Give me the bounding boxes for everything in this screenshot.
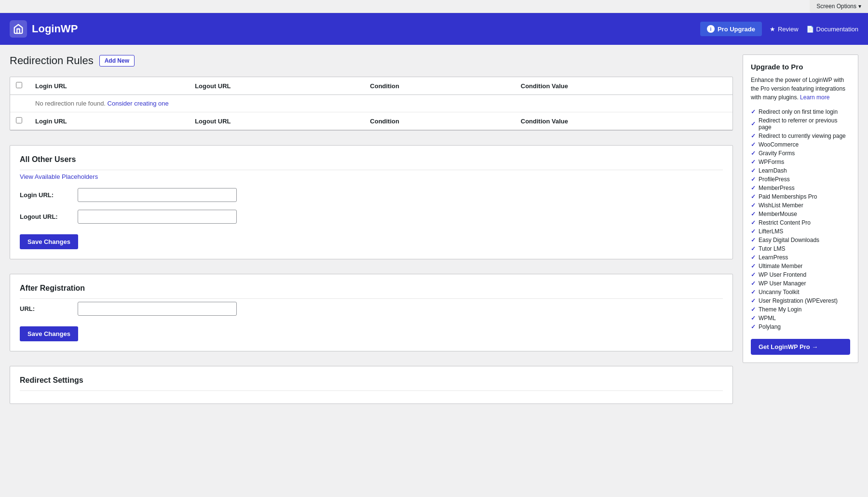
- list-item: WPForms: [751, 158, 850, 166]
- select-all-checkbox-bottom[interactable]: [16, 117, 22, 123]
- list-item: Theme My Login: [751, 305, 850, 314]
- review-link[interactable]: ★ Review: [770, 26, 799, 33]
- list-item: MemberPress: [751, 184, 850, 192]
- list-item: WPML: [751, 314, 850, 322]
- logout-url-input[interactable]: [78, 210, 237, 224]
- empty-row-checkbox-cell: [10, 95, 29, 112]
- list-item: WP User Manager: [751, 279, 850, 288]
- top-navbar: LoginWP i Pro Upgrade ★ Review 📄 Documen…: [0, 13, 868, 45]
- redirect-settings-title: Redirect Settings: [20, 376, 723, 391]
- sidebar-description: Enhance the power of LoginWP with the Pr…: [751, 76, 850, 102]
- screen-options-chevron: ▾: [858, 3, 861, 10]
- table-footer-condition: Condition: [364, 112, 515, 130]
- list-item: ProfilePress: [751, 175, 850, 184]
- learn-more-link[interactable]: Learn more: [800, 94, 829, 101]
- doc-icon: 📄: [806, 26, 814, 33]
- main-wrap: Redirection Rules Add New Login URL Logo…: [0, 45, 868, 428]
- list-item: LearnPress: [751, 253, 850, 262]
- table-footer-login-url: Login URL: [29, 112, 189, 130]
- pro-upgrade-button[interactable]: i Pro Upgrade: [700, 22, 762, 36]
- after-registration-save-button[interactable]: Save Changes: [20, 326, 78, 341]
- all-other-users-save-button[interactable]: Save Changes: [20, 234, 78, 249]
- upgrade-to-pro-box: Upgrade to Pro Enhance the power of Logi…: [743, 54, 858, 363]
- list-item: WP User Frontend: [751, 270, 850, 279]
- login-url-row: Login URL:: [20, 188, 723, 202]
- table-header-row: Login URL Logout URL Condition Condition…: [10, 77, 732, 95]
- redirect-settings-section: Redirect Settings: [10, 366, 733, 404]
- list-item: Uncanny Toolkit: [751, 288, 850, 296]
- list-item: Gravity Forms: [751, 149, 850, 158]
- page-title: Redirection Rules: [10, 54, 94, 67]
- table-header-logout-url: Logout URL: [189, 77, 364, 95]
- add-new-button[interactable]: Add New: [99, 55, 135, 67]
- screen-options-label: Screen Options: [816, 3, 856, 10]
- feature-list: Redirect only on first time login Redire…: [751, 107, 850, 331]
- empty-row-message-cell: No redirection rule found. Consider crea…: [29, 95, 732, 112]
- list-item: Restrict Content Pro: [751, 218, 850, 227]
- list-item: Polylang: [751, 322, 850, 331]
- review-label: Review: [778, 26, 799, 33]
- table-footer-checkbox-cell: [10, 112, 29, 130]
- list-item: WooCommerce: [751, 140, 850, 149]
- list-item: Paid Memberships Pro: [751, 192, 850, 201]
- table-header-condition-value: Condition Value: [515, 77, 732, 95]
- registration-url-row: URL:: [20, 302, 723, 316]
- sidebar-title: Upgrade to Pro: [751, 63, 850, 71]
- logo-text: LoginWP: [32, 23, 78, 35]
- table-header-login-url: Login URL: [29, 77, 189, 95]
- login-url-input[interactable]: [78, 188, 237, 202]
- redirection-rules-table: Login URL Logout URL Condition Condition…: [10, 77, 732, 130]
- logout-url-row: Logout URL:: [20, 210, 723, 224]
- after-registration-title: After Registration: [20, 284, 723, 299]
- redirection-rules-table-container: Login URL Logout URL Condition Condition…: [10, 77, 733, 131]
- logout-url-label: Logout URL:: [20, 213, 78, 220]
- screen-options-bar: Screen Options ▾: [0, 0, 868, 13]
- after-registration-section: After Registration URL: Save Changes: [10, 274, 733, 351]
- login-url-label: Login URL:: [20, 191, 78, 199]
- list-item: Tutor LMS: [751, 244, 850, 253]
- list-item: User Registration (WPEverest): [751, 296, 850, 305]
- all-other-users-title: All Other Users: [20, 155, 723, 170]
- documentation-label: Documentation: [816, 26, 858, 33]
- documentation-link[interactable]: 📄 Documentation: [806, 26, 858, 33]
- screen-options-button[interactable]: Screen Options ▾: [810, 0, 868, 13]
- pro-upgrade-label: Pro Upgrade: [718, 26, 755, 33]
- view-placeholders-link[interactable]: View Available Placeholders: [20, 173, 98, 180]
- table-empty-row: No redirection rule found. Consider crea…: [10, 95, 732, 112]
- empty-message-text: No redirection rule found.: [35, 100, 106, 107]
- logo-icon: [10, 20, 27, 38]
- list-item: LearnDash: [751, 166, 850, 175]
- table-header-checkbox-cell: [10, 77, 29, 95]
- list-item: MemberMouse: [751, 210, 850, 218]
- get-loginwp-pro-button[interactable]: Get LoginWP Pro →: [751, 339, 850, 355]
- table-footer-logout-url: Logout URL: [189, 112, 364, 130]
- top-actions: i Pro Upgrade ★ Review 📄 Documentation: [700, 22, 858, 36]
- create-one-link[interactable]: Consider creating one: [108, 100, 169, 107]
- table-header-condition: Condition: [364, 77, 515, 95]
- list-item: Ultimate Member: [751, 262, 850, 270]
- list-item: Easy Digital Downloads: [751, 236, 850, 244]
- table-footer-condition-value: Condition Value: [515, 112, 732, 130]
- list-item: LifterLMS: [751, 227, 850, 236]
- select-all-checkbox[interactable]: [16, 82, 22, 88]
- star-icon: ★: [770, 26, 775, 33]
- list-item: WishList Member: [751, 201, 850, 210]
- info-icon: i: [707, 25, 715, 33]
- registration-url-input[interactable]: [78, 302, 237, 316]
- all-other-users-section: All Other Users View Available Placehold…: [10, 145, 733, 259]
- sidebar: Upgrade to Pro Enhance the power of Logi…: [743, 54, 858, 418]
- logo-area: LoginWP: [10, 20, 78, 38]
- list-item: Redirect only on first time login: [751, 107, 850, 116]
- page-header: Redirection Rules Add New: [10, 54, 733, 67]
- list-item: Redirect to referrer or previous page: [751, 116, 850, 132]
- table-footer-row: Login URL Logout URL Condition Condition…: [10, 112, 732, 130]
- content-area: Redirection Rules Add New Login URL Logo…: [10, 54, 733, 418]
- registration-url-label: URL:: [20, 305, 78, 312]
- list-item: Redirect to currently viewing page: [751, 132, 850, 140]
